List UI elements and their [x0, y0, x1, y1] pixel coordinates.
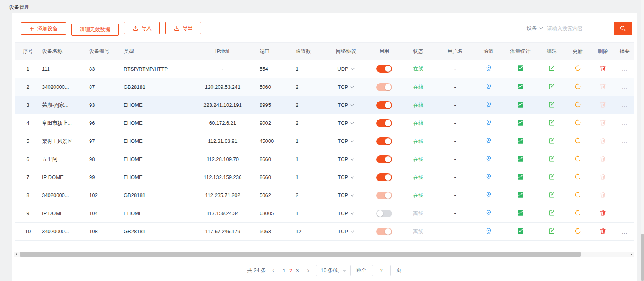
- edit-icon[interactable]: [548, 83, 556, 91]
- more-dots-icon[interactable]: ...: [622, 120, 628, 126]
- traffic-stats-icon[interactable]: [517, 137, 524, 146]
- import-button[interactable]: 导入: [124, 22, 160, 34]
- page-number-1[interactable]: 1: [281, 268, 287, 274]
- edit-icon[interactable]: [548, 155, 556, 164]
- channel-webcam-icon[interactable]: [485, 119, 492, 128]
- traffic-stats-icon[interactable]: [517, 119, 524, 128]
- more-dots-icon[interactable]: ...: [622, 192, 628, 199]
- search-input[interactable]: [547, 22, 614, 34]
- channel-webcam-icon[interactable]: [485, 155, 492, 164]
- cell-ip: 112.31.63.91: [187, 132, 258, 150]
- trash-icon[interactable]: [599, 65, 606, 73]
- more-dots-icon[interactable]: ...: [622, 138, 628, 144]
- enable-toggle[interactable]: [376, 119, 392, 127]
- channel-webcam-icon[interactable]: [485, 209, 492, 218]
- more-dots-icon[interactable]: ...: [622, 210, 628, 217]
- traffic-stats-icon[interactable]: [517, 83, 524, 91]
- refresh-icon[interactable]: [574, 83, 582, 91]
- vertical-scrollbar[interactable]: [641, 0, 644, 281]
- refresh-icon[interactable]: [574, 173, 582, 182]
- channel-webcam-icon[interactable]: [485, 173, 492, 182]
- more-dots-icon[interactable]: ...: [622, 228, 628, 235]
- search-category-select[interactable]: 设备: [521, 25, 547, 32]
- cell-action-trash-icon: [590, 78, 615, 96]
- enable-toggle[interactable]: [376, 192, 392, 199]
- enable-toggle[interactable]: [376, 155, 392, 163]
- edit-icon[interactable]: [548, 227, 556, 236]
- status-badge: 在线: [413, 120, 423, 126]
- refresh-icon[interactable]: [574, 191, 582, 200]
- traffic-stats-icon[interactable]: [517, 155, 524, 164]
- horizontal-scroll-track[interactable]: [19, 252, 629, 257]
- channel-webcam-icon[interactable]: [485, 137, 492, 146]
- edit-icon[interactable]: [548, 209, 556, 218]
- add-device-button[interactable]: 添加设备: [21, 22, 66, 35]
- traffic-stats-icon[interactable]: [517, 191, 524, 200]
- traffic-stats-icon[interactable]: [517, 173, 524, 182]
- traffic-stats-icon[interactable]: [517, 101, 524, 109]
- channel-webcam-icon[interactable]: [485, 227, 492, 236]
- edit-icon[interactable]: [548, 101, 556, 109]
- vertical-scroll-thumb[interactable]: [641, 234, 644, 281]
- enable-toggle[interactable]: [376, 173, 392, 181]
- more-dots-icon[interactable]: ...: [622, 174, 628, 181]
- refresh-icon[interactable]: [574, 155, 582, 164]
- more-dots-icon[interactable]: ...: [622, 84, 628, 90]
- refresh-icon[interactable]: [574, 137, 582, 146]
- protocol-dropdown[interactable]: TCP: [338, 192, 354, 198]
- protocol-dropdown[interactable]: TCP: [338, 174, 354, 180]
- search-button[interactable]: [614, 22, 632, 35]
- enable-toggle[interactable]: [376, 83, 392, 91]
- horizontal-scrollbar[interactable]: [14, 252, 634, 257]
- refresh-icon[interactable]: [574, 119, 582, 128]
- protocol-dropdown[interactable]: TCP: [338, 228, 354, 234]
- trash-icon[interactable]: [599, 209, 606, 217]
- protocol-dropdown[interactable]: TCP: [338, 102, 354, 108]
- channel-webcam-icon[interactable]: [485, 191, 492, 200]
- edit-icon[interactable]: [548, 173, 556, 182]
- refresh-icon[interactable]: [574, 227, 582, 236]
- traffic-stats-icon[interactable]: [517, 227, 524, 236]
- traffic-stats-icon[interactable]: [517, 209, 524, 218]
- refresh-icon[interactable]: [574, 209, 582, 218]
- cell-username: -: [435, 223, 475, 241]
- jump-page-input[interactable]: [372, 265, 391, 276]
- edit-icon[interactable]: [548, 64, 556, 73]
- next-page-button[interactable]: ›: [306, 267, 310, 274]
- channel-webcam-icon[interactable]: [485, 83, 492, 91]
- protocol-dropdown[interactable]: UDP: [337, 66, 354, 72]
- edit-icon[interactable]: [548, 137, 556, 146]
- traffic-stats-icon[interactable]: [517, 64, 524, 73]
- enable-toggle[interactable]: [376, 210, 392, 217]
- more-dots-icon[interactable]: ...: [622, 102, 628, 108]
- protocol-dropdown[interactable]: TCP: [338, 138, 354, 144]
- clean-invalid-data-button[interactable]: 清理无效数据: [71, 24, 119, 36]
- page-number-3[interactable]: 3: [294, 268, 301, 274]
- more-dots-icon[interactable]: ...: [622, 156, 628, 162]
- enable-toggle[interactable]: [376, 65, 392, 73]
- horizontal-scroll-thumb[interactable]: [20, 252, 581, 257]
- enable-toggle[interactable]: [376, 101, 392, 109]
- protocol-dropdown[interactable]: TCP: [338, 120, 354, 126]
- page-size-select[interactable]: 10 条/页: [316, 265, 351, 276]
- protocol-dropdown[interactable]: TCP: [338, 156, 354, 162]
- protocol-dropdown[interactable]: TCP: [338, 210, 354, 216]
- edit-icon[interactable]: [548, 119, 556, 128]
- export-button[interactable]: 导出: [165, 22, 201, 34]
- refresh-icon[interactable]: [574, 101, 582, 109]
- trash-icon: [599, 155, 606, 163]
- scroll-left-arrow-icon[interactable]: [14, 252, 19, 257]
- page-number-2[interactable]: 2: [287, 268, 294, 274]
- trash-icon: [599, 137, 606, 145]
- edit-icon[interactable]: [548, 191, 556, 200]
- enable-toggle[interactable]: [376, 228, 392, 235]
- scroll-right-arrow-icon[interactable]: [629, 252, 634, 257]
- protocol-dropdown[interactable]: TCP: [338, 84, 354, 90]
- trash-icon[interactable]: [599, 227, 606, 235]
- refresh-icon[interactable]: [574, 64, 582, 73]
- prev-page-button[interactable]: ‹: [271, 267, 275, 274]
- channel-webcam-icon[interactable]: [485, 101, 492, 109]
- channel-webcam-icon[interactable]: [485, 64, 492, 73]
- more-dots-icon[interactable]: ...: [622, 66, 628, 72]
- enable-toggle[interactable]: [376, 137, 392, 145]
